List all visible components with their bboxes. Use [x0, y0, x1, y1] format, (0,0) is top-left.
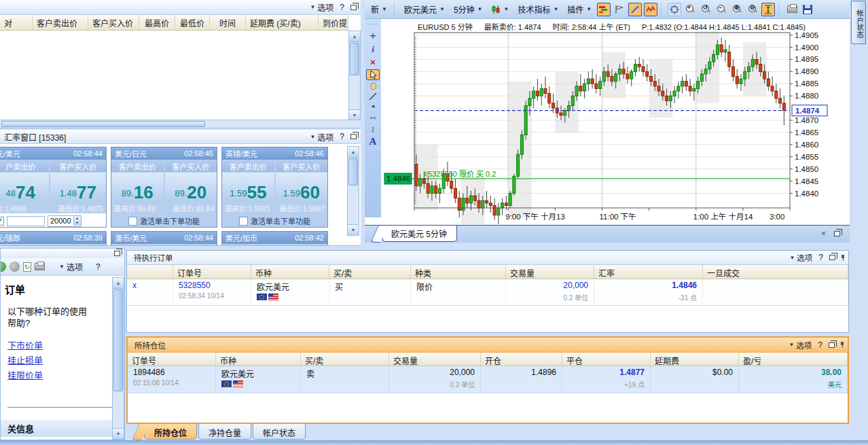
positions-column-header[interactable]: 平仓 [562, 353, 651, 366]
rate-options-button[interactable]: ▼选项 [310, 131, 333, 143]
pending-order-row[interactable]: x 532855002:58:34 10/14 欧元美元 买 限价 20,000… [127, 279, 848, 306]
limit-order-link[interactable]: 挂限价单 [7, 368, 122, 381]
help-icon[interactable]: ? [96, 262, 101, 272]
sell-quote-button[interactable]: 89.16 [111, 173, 164, 202]
scroll-down-icon[interactable]: ▼ [348, 224, 359, 235]
pan-tool[interactable] [366, 82, 380, 91]
restore-icon[interactable] [829, 342, 835, 348]
new-chart-button[interactable]: 新▼ [367, 2, 391, 16]
stop-order-link[interactable]: 挂止损单 [7, 353, 122, 366]
orders-column-header[interactable]: 币种 [251, 265, 329, 279]
back-icon[interactable] [0, 262, 6, 272]
scrollbar-thumb[interactable] [348, 158, 358, 185]
info-tool[interactable]: i [366, 44, 380, 56]
scrollbar-thumb[interactable] [350, 43, 359, 75]
orders-column-header[interactable]: 订单号 [173, 265, 251, 279]
rates-vertical-scrollbar[interactable]: ▲ ▼ [347, 146, 359, 236]
quotes-column-header[interactable]: 到价提 [319, 15, 348, 30]
close-icon[interactable]: × [820, 228, 826, 238]
amount-input[interactable] [7, 216, 45, 226]
restore-icon[interactable] [834, 231, 840, 236]
positions-column-header[interactable]: 延期费 [651, 353, 739, 366]
scrollbar-thumb[interactable] [1, 121, 205, 127]
order-id[interactable]: 5328550 [179, 281, 245, 290]
help-vertical-scrollbar[interactable]: ▲ ▼ [112, 277, 124, 440]
dealing-box-partial[interactable]: 澳币/美元02:58:44 [111, 231, 217, 246]
help-icon[interactable]: ? [818, 253, 823, 262]
crosshair-tool[interactable]: + [366, 29, 380, 43]
restore-icon[interactable] [350, 5, 357, 10]
scroll-down-icon[interactable]: ▼ [349, 109, 360, 120]
fit-chart-button[interactable] [668, 3, 681, 16]
orders-column-header[interactable]: 种类 [411, 265, 506, 279]
restore-icon[interactable] [114, 251, 120, 256]
one-click-checkbox[interactable]: . [239, 217, 248, 226]
period-select[interactable]: 5分钟▼ [450, 2, 486, 16]
indicators-button[interactable]: 技术指标▼ [514, 2, 562, 16]
position-row[interactable]: 189448602:15:08 10/14 欧元美元 卖 20,0000.2 单… [128, 366, 848, 393]
account-status-side-tab[interactable]: 帐户状态 [851, 1, 866, 44]
quotes-column-header[interactable]: 对 [0, 15, 33, 30]
quotes-column-header[interactable]: 最高价 [139, 15, 175, 30]
help-icon[interactable]: ? [340, 132, 344, 141]
scroll-up-icon[interactable]: ▲ [348, 147, 359, 158]
zoom-out-icon[interactable]: − [715, 3, 728, 16]
price-chart[interactable]: #5328550 限价 买 0.21.49051.49001.48951.489… [379, 31, 833, 224]
restore-icon[interactable] [829, 255, 835, 260]
quotes-horizontal-scrollbar[interactable] [0, 120, 361, 128]
zoom-in-horizontal-icon[interactable]: ⊕ [730, 3, 744, 16]
print-icon[interactable] [785, 3, 799, 16]
save-icon[interactable] [801, 3, 814, 16]
horizontal-measure-tool[interactable]: ↔ [366, 111, 380, 122]
vertical-measure-tool[interactable]: ↕ [366, 124, 380, 135]
help-icon[interactable]: ? [340, 3, 344, 12]
marker-tool-button[interactable] [613, 3, 626, 16]
positions-column-header[interactable]: 交易量 [389, 353, 481, 366]
buy-quote-button[interactable]: 1.5960 [276, 173, 328, 202]
pointer-tool[interactable] [366, 69, 380, 80]
quotes-column-header[interactable]: 时间 [210, 15, 246, 30]
print-icon[interactable] [35, 263, 45, 270]
drag-handle-icon[interactable]: ···· [366, 20, 380, 28]
pin-icon[interactable] [842, 255, 844, 261]
refresh-icon[interactable] [23, 262, 31, 272]
one-click-checkbox[interactable]: . [128, 217, 137, 226]
orders-column-header[interactable]: 交易量 [506, 265, 594, 279]
delete-tool[interactable]: × [366, 57, 380, 68]
quotes-column-header[interactable]: 客户买入价 [88, 15, 139, 30]
dealing-box[interactable]: 英镑/美元02:58:46客户卖出价客户买入价1.59551.5960最高价:1… [221, 147, 328, 228]
plugins-button[interactable]: 插件▼ [564, 2, 595, 16]
pin-icon[interactable] [841, 342, 844, 348]
zoom-out-horizontal-icon[interactable]: ⊖ [746, 3, 759, 16]
buy-quote-button[interactable]: 1.4877 [50, 173, 107, 202]
quotes-column-header[interactable]: 最低价 [175, 15, 210, 30]
sell-quote-button[interactable]: 4874 [0, 173, 49, 202]
dealing-box[interactable]: 美元/日元02:58:45客户卖出价客户买入价89.1689.20最高价:89.… [111, 147, 217, 228]
text-tool[interactable]: A [366, 136, 380, 148]
quotes-options-button[interactable]: ▼选项 [310, 1, 333, 13]
tab-bottom[interactable]: 帐户状态 [253, 424, 306, 440]
positions-column-header[interactable]: 盈/亏 [739, 353, 848, 366]
dealing-box-partial[interactable]: 美元/加币02:58:42 [221, 231, 328, 246]
dealing-box[interactable]: 元/美元02:58:44户卖出价客户买入价48741.4877价:1.4898最… [0, 147, 107, 228]
orders-column-header[interactable]: 一旦成交 [703, 265, 848, 279]
scrollbar-thumb[interactable] [113, 289, 123, 391]
position-close-rate[interactable]: 1.4877 [568, 368, 645, 377]
trendline-tool-toggle[interactable] [628, 3, 642, 16]
positions-column-header[interactable]: 币种 [216, 353, 301, 366]
line-tool[interactable] [366, 92, 380, 101]
positions-column-header[interactable]: 订单号 [128, 353, 216, 366]
vertical-fit-toggle[interactable] [761, 3, 775, 16]
zoom-in-icon[interactable]: + [683, 3, 697, 16]
orders-column-header[interactable] [127, 265, 173, 279]
quotes-column-header[interactable]: 客户卖出价 [33, 15, 88, 30]
symbol-select[interactable]: 欧元美元▼ [401, 2, 448, 16]
sell-quote-button[interactable]: 1.5955 [222, 173, 274, 202]
cancel-order-link[interactable]: x [132, 281, 137, 290]
chart-type-select[interactable]: ▼ [488, 3, 512, 16]
positions-column-header[interactable]: 买/卖 [301, 353, 389, 366]
show-orders-on-chart-toggle[interactable] [597, 3, 611, 16]
dealing-box-partial[interactable]: 元/瑞郎02:58:39 [0, 231, 107, 246]
positions-column-header[interactable]: 开仓 [481, 353, 562, 366]
scroll-up-icon[interactable]: ▲ [349, 31, 360, 42]
